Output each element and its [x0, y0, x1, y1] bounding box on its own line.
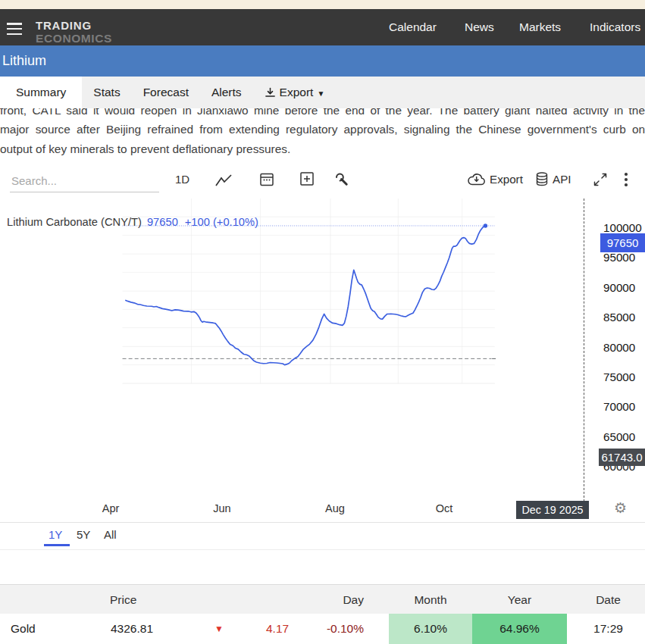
chevron-down-icon: ▼ — [317, 89, 324, 98]
chart-api-button[interactable]: API — [536, 172, 571, 186]
table-row[interactable]: Gold 4326.81 ▼ 4.17 -0.10% 6.10% 64.96% … — [0, 614, 645, 644]
page-title: Lithium — [2, 45, 46, 77]
commodity-title-bar: Lithium — [0, 45, 645, 77]
col-year: Year — [472, 585, 567, 614]
tab-export[interactable]: Export ▼ — [253, 77, 337, 108]
section-tabs: SummaryStatsForecastAlerts Export ▼ — [0, 77, 645, 108]
top-page-strip — [0, 0, 645, 9]
last-price-dot — [484, 224, 487, 227]
search-input[interactable] — [10, 169, 159, 192]
y-tick-label: 85000 — [603, 311, 635, 324]
x-tick-label-aug: Aug — [325, 502, 345, 514]
row-year-percent: 64.96% — [472, 614, 567, 644]
y-tick-label: 100000 — [603, 221, 642, 234]
nav-item-indicators[interactable]: Indicators — [590, 9, 640, 45]
range-button-all[interactable]: All — [104, 528, 117, 541]
row-month-percent: 6.10% — [389, 614, 472, 644]
article-line: output of key minerals to prevent deflat… — [0, 139, 645, 158]
y-tick-label: 65000 — [603, 430, 635, 443]
x-tick-label-oct: Oct — [436, 502, 453, 514]
fullscreen-icon[interactable] — [593, 173, 607, 186]
row-price: 4326.81 — [111, 614, 153, 644]
crosshair-line — [584, 199, 584, 502]
chart-legend: Lithium Carbonate (CNY/T)97650+100 (+0.1… — [7, 216, 258, 228]
col-day: Day — [322, 585, 364, 614]
logo-line2: ECONOMICS — [36, 33, 112, 45]
tab-summary[interactable]: Summary — [0, 77, 82, 108]
add-indicator-icon[interactable] — [300, 172, 314, 186]
y-tick-label: 75000 — [603, 370, 635, 383]
current-price-badge: 97650 — [600, 233, 645, 252]
col-date: Date — [587, 585, 629, 614]
database-icon — [536, 172, 548, 186]
row-date: 17:29 — [587, 614, 629, 644]
tab-alerts[interactable]: Alerts — [200, 77, 253, 108]
range-button-5y[interactable]: 5Y — [77, 528, 90, 541]
logo-line1: TRADING — [36, 20, 112, 31]
nav-item-markets[interactable]: Markets — [519, 9, 561, 45]
chart-api-label: API — [553, 173, 571, 186]
col-price: Price — [110, 585, 136, 614]
interval-button[interactable]: 1D — [175, 173, 189, 186]
series-name: Lithium Carbonate (CNY/T) — [7, 216, 142, 228]
trading-economics-logo[interactable]: TRADING ECONOMICS — [36, 20, 112, 45]
row-day-percent: -0.10% — [322, 614, 364, 644]
news-article-snippet: front, CATL said it would reopen in Jian… — [0, 101, 645, 158]
chart-export-button[interactable]: Export — [468, 173, 523, 186]
col-month: Month — [389, 585, 472, 614]
y-tick-label: 95000 — [603, 251, 635, 264]
price-line-series — [126, 226, 486, 365]
tab-stats[interactable]: Stats — [82, 77, 131, 108]
tab-forecast[interactable]: Forecast — [132, 77, 200, 108]
down-triangle-icon: ▼ — [214, 614, 224, 644]
price-chart[interactable] — [0, 199, 645, 523]
line-chart-type-icon[interactable] — [215, 174, 232, 187]
calendar-icon[interactable] — [260, 172, 274, 186]
series-last-value: 97650 — [147, 216, 178, 228]
crosshair-date-tooltip: Dec 19 2025 — [516, 501, 589, 519]
gear-icon[interactable]: ⚙ — [614, 499, 627, 517]
chart-export-label: Export — [490, 173, 523, 186]
reference-price-badge: 61743.0 — [599, 449, 645, 466]
x-tick-label-apr: Apr — [102, 502, 120, 514]
chart-toolbar: 1D Export — [0, 163, 645, 199]
row-name[interactable]: Gold — [11, 614, 36, 644]
nav-item-news[interactable]: News — [465, 9, 494, 45]
row-change: 4.17 — [266, 614, 289, 644]
y-tick-label: 80000 — [603, 341, 635, 354]
hamburger-menu-icon[interactable] — [7, 23, 22, 36]
markets-table-header: Price Day Month Year Date — [0, 584, 645, 614]
cloud-download-icon — [468, 173, 485, 186]
range-selector: 1Y5YAll — [0, 522, 645, 550]
main-navbar: TRADING ECONOMICS CalendarNewsMarketsInd… — [0, 9, 645, 45]
active-range-underline — [44, 544, 70, 546]
x-tick-label-jun: Jun — [213, 502, 230, 514]
range-button-1y[interactable]: 1Y — [49, 528, 62, 541]
more-options-icon[interactable] — [623, 173, 629, 189]
y-tick-label: 90000 — [603, 281, 635, 294]
tab-export-label: Export — [280, 86, 314, 99]
article-line: major source after Beijing refrained fro… — [0, 120, 645, 139]
nav-item-calendar[interactable]: Calendar — [389, 9, 437, 45]
download-icon — [265, 87, 276, 98]
series-change: +100 (+0.10%) — [185, 216, 258, 228]
settings-wrench-icon[interactable] — [334, 172, 349, 186]
tabs-list: SummaryStatsForecastAlerts — [0, 77, 253, 108]
y-tick-label: 70000 — [603, 400, 635, 413]
